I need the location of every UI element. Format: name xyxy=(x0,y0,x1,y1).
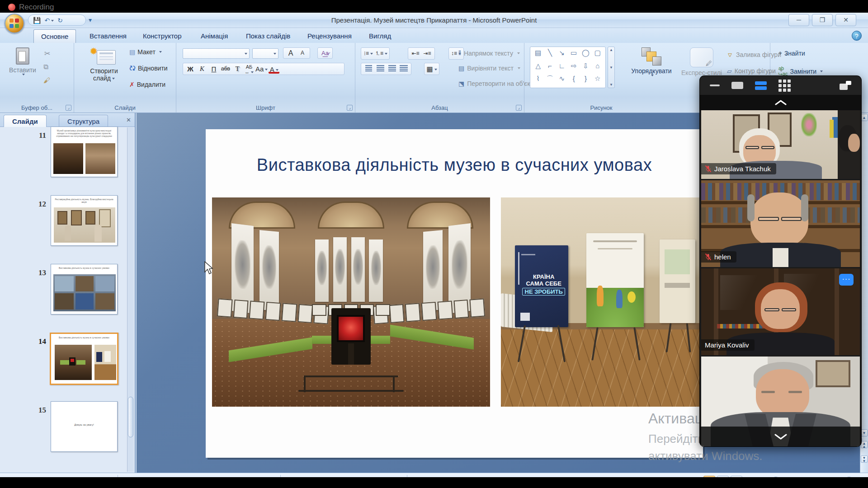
new-slide-button[interactable]: ✹ Створити слайд xyxy=(85,47,123,82)
paste-button[interactable]: Вставити xyxy=(8,47,37,75)
replace-icon: ab⮡ac xyxy=(778,66,788,77)
text-direction-button[interactable]: ⫴ Напрямок тексту xyxy=(458,49,520,57)
align-text-button[interactable]: ▤ Вирівняти текст xyxy=(458,65,520,72)
tab-insert[interactable]: Вставлення xyxy=(82,29,134,43)
thumbnail-slide-12[interactable]: Реставраційна діяльність музею. Благодій… xyxy=(51,195,118,246)
slide-canvas[interactable]: Виставкова діяльність музею в сучасних у… xyxy=(206,129,703,458)
reset-button[interactable]: 🗘 Відновити xyxy=(129,65,168,72)
scroll-up-icon[interactable]: ▲ xyxy=(861,114,868,121)
gallery-grid-view-icon[interactable] xyxy=(778,80,791,92)
video-tile-helen[interactable]: helen xyxy=(701,180,860,267)
speaker-view-icon[interactable] xyxy=(731,82,743,89)
delete-icon: ✗ xyxy=(129,81,135,88)
char-spacing-button[interactable]: АБ↔ xyxy=(244,64,255,74)
group-font: А А A͟a̷ Ж К П абв Т АБ↔ Aa А Шрифт ⌟ xyxy=(176,43,355,113)
align-right-button[interactable] xyxy=(387,64,397,74)
close-button[interactable]: ✕ xyxy=(835,14,856,26)
change-case-button[interactable]: Aa xyxy=(255,64,268,74)
save-icon[interactable]: 💾 xyxy=(33,17,41,23)
right-photo-poster-exhibit: КРАЇНА САМА СЕБЕ НЕ ЗРОБИТЬ xyxy=(501,197,699,407)
shape-fill-icon: 🜄 xyxy=(727,51,733,58)
video-tile-jaroslava[interactable]: Jaroslava Tkachuk xyxy=(701,110,860,179)
italic-button[interactable]: К xyxy=(197,64,208,74)
scroll-participants-up[interactable] xyxy=(700,95,861,110)
columns-button[interactable]: ▦ xyxy=(426,64,437,74)
find-button[interactable]: ⌖ Знайти xyxy=(778,49,805,57)
undo-icon[interactable]: ↶ xyxy=(44,17,54,23)
tab-slides-thumbnails[interactable]: Слайди xyxy=(4,115,47,127)
thumbnail-slide-11[interactable]: Музей організовує різноманітні культурно… xyxy=(51,127,118,177)
thumbnail-slide-15[interactable]: Дякую за увагу! xyxy=(51,401,118,452)
mic-muted-icon xyxy=(705,253,712,260)
font-color-button[interactable]: А xyxy=(269,64,279,74)
pane-scrollbar[interactable] xyxy=(127,127,134,472)
shapes-gallery[interactable]: ▤╲↘▭◯▢ △⌐∟⇨⇩⌂ ⌇⌒∿{}☆ xyxy=(530,47,606,88)
indent-buttons: ⇤≡ ⇥≡ xyxy=(408,47,435,60)
group-paragraph: ⁝≡ ⒈≡ ⇤≡ ⇥≡ ↕≡ ▦ xyxy=(355,43,524,113)
tile-more-options-button[interactable]: ··· xyxy=(839,274,854,286)
format-painter-icon[interactable]: 🖌 xyxy=(43,76,50,84)
shrink-font-button[interactable]: А xyxy=(297,48,308,58)
mouse-cursor xyxy=(204,261,214,275)
thumb-11-number: 11 xyxy=(26,131,46,140)
office-button[interactable] xyxy=(5,14,24,33)
gallery-strip-view-icon[interactable] xyxy=(755,81,767,90)
clear-formatting-button[interactable]: A͟a̷ xyxy=(320,48,330,58)
arrange-icon xyxy=(642,47,661,66)
shadow-button[interactable]: Т xyxy=(232,64,243,74)
decrease-indent-button[interactable]: ⇤≡ xyxy=(410,48,421,59)
bold-button[interactable]: Ж xyxy=(185,64,196,74)
recording-dot-icon xyxy=(8,4,15,11)
clipboard-dialog-launcher[interactable]: ⌟ xyxy=(66,105,71,111)
tab-view[interactable]: Вигляд xyxy=(362,29,398,43)
quick-styles-button[interactable]: 🖉 Експрес-стилі xyxy=(680,47,723,76)
help-icon[interactable]: ? xyxy=(852,31,862,41)
minimize-button[interactable]: ─ xyxy=(788,14,809,26)
thumbnail-slide-13[interactable]: Виставкова діяльність музею в сучасних у… xyxy=(51,264,118,314)
tab-animations[interactable]: Анімація xyxy=(193,29,235,43)
tab-review[interactable]: Рецензування xyxy=(300,29,359,43)
pane-scrollbar-thumb[interactable] xyxy=(128,397,133,437)
cut-icon[interactable]: ✂ xyxy=(44,49,50,58)
reset-icon: 🗘 xyxy=(129,65,136,72)
replace-button[interactable]: ab⮡ac Замінити xyxy=(778,66,823,77)
minimize-meeting-icon[interactable] xyxy=(710,84,720,86)
shapes-scrollbar[interactable]: ▲▼▼ xyxy=(608,47,615,88)
restore-button[interactable]: ❐ xyxy=(812,14,833,26)
align-center-button[interactable] xyxy=(375,64,386,74)
font-size-combo[interactable] xyxy=(252,48,278,59)
font-name-combo[interactable] xyxy=(183,48,250,59)
thumbnail-slide-14-selected[interactable]: Виставкова діяльність музею в сучасних у… xyxy=(50,333,118,385)
redo-icon[interactable]: ↻ xyxy=(57,17,63,23)
font-dialog-launcher[interactable]: ⌟ xyxy=(347,105,353,111)
layout-button[interactable]: ▤ Макет xyxy=(129,48,162,56)
bottom-screen-edge xyxy=(0,477,868,488)
tab-outline[interactable]: Структура xyxy=(59,115,108,127)
top-screen-edge xyxy=(0,0,868,13)
numbering-button[interactable]: ⒈≡ xyxy=(375,48,387,59)
grow-font-button[interactable]: А xyxy=(285,48,296,58)
scroll-participants-down[interactable] xyxy=(700,427,861,446)
underline-button[interactable]: П xyxy=(208,64,219,74)
delete-button[interactable]: ✗ Видалити xyxy=(129,81,165,88)
participant-name-chip: Jaroslava Tkachuk xyxy=(701,163,776,174)
tab-slideshow[interactable]: Показ слайдів xyxy=(239,29,297,43)
paragraph-dialog-launcher[interactable]: ⌟ xyxy=(516,105,522,111)
thumb-12-number: 12 xyxy=(26,200,46,209)
bullets-button[interactable]: ⁝≡ xyxy=(363,48,374,59)
arrange-button[interactable]: Упорядкувати xyxy=(627,47,676,76)
increase-indent-button[interactable]: ⇥≡ xyxy=(422,48,433,59)
video-tile-mariya[interactable]: Mariya Kovaliv ··· xyxy=(701,268,860,355)
popout-panel-icon[interactable] xyxy=(840,81,851,90)
tab-design[interactable]: Конструктор xyxy=(136,29,189,43)
tab-home[interactable]: Основне xyxy=(33,29,76,43)
clipboard-icon xyxy=(16,47,29,65)
justify-button[interactable] xyxy=(398,64,409,74)
strikethrough-button[interactable]: абв xyxy=(220,64,231,74)
copy-icon[interactable]: ⧉ xyxy=(43,63,48,71)
qat-customize-icon[interactable]: ▾ xyxy=(89,17,92,23)
quick-access-toolbar: 💾 ↶ ↻ xyxy=(28,14,86,26)
close-pane-icon[interactable]: ✕ xyxy=(126,117,131,123)
smartart-icon: ⬔ xyxy=(458,80,464,87)
align-left-button[interactable] xyxy=(363,64,374,74)
